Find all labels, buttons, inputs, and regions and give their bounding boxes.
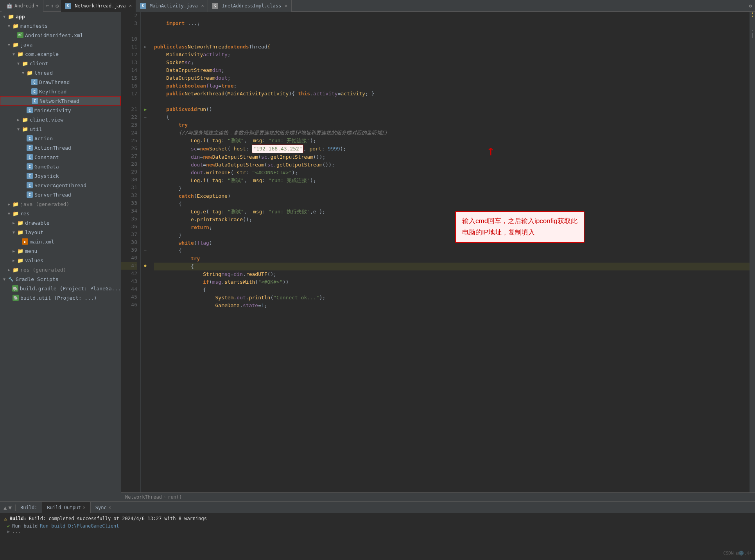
build-util-icon: 🐘: [13, 295, 19, 301]
code-line-2: [154, 12, 750, 20]
code-editor[interactable]: import ...; public class NetworkThread e…: [150, 12, 750, 492]
java-arrow: [8, 43, 13, 47]
sidebar-item-java-generated[interactable]: 📁 java (generated): [0, 199, 121, 209]
code-line-38: while(flag): [154, 239, 750, 247]
build-success-row: ⚠ Build: Build: completed successfully a…: [4, 515, 751, 522]
code-line-40: try: [154, 255, 750, 263]
scroll-indicator[interactable]: [750, 12, 755, 492]
sidebar-item-build-util[interactable]: 🐘 build.util (Project: ...): [0, 293, 121, 302]
sidebar-item-constant[interactable]: C Constant: [0, 152, 121, 162]
networkthread-file-icon: C: [32, 98, 38, 104]
sidebar-item-menu[interactable]: 📁 menu: [0, 246, 121, 256]
code-line-10: [154, 35, 750, 43]
sidebar-item-util[interactable]: 📁 util: [0, 124, 121, 134]
code-line-34: Log.e( tag: "测试", msg: "run: 执行失败",e );: [154, 208, 750, 216]
tab-inetaddress[interactable]: C InetAddressImpl.class ✕: [208, 0, 291, 12]
util-label: util: [30, 126, 42, 132]
sidebar-item-layout[interactable]: 📁 layout: [0, 227, 121, 237]
actionthread-label: ActionThread: [34, 145, 71, 151]
sidebar-item-thread[interactable]: 📁 thread: [0, 68, 121, 77]
sidebar-item-androidmanifest[interactable]: MF AndroidManifest.xml: [0, 30, 121, 40]
code-line-25: Log.i( tag: "测试", msg: "run: 开始连接");: [154, 137, 750, 145]
app-label: app: [16, 14, 25, 20]
sidebar-item-res[interactable]: 📁 res: [0, 209, 121, 218]
run-build-row: ✔ Run build Run build D:\PlaneGameClient: [7, 523, 751, 529]
tab-inetaddress-label: InetAddressImpl.class: [222, 3, 281, 9]
nav-icon-1[interactable]: ⬅: [46, 3, 49, 9]
close-sync[interactable]: ✕: [109, 505, 111, 510]
bottom-tab-build-output[interactable]: Build Output ✕: [42, 502, 90, 513]
build-util-label: build.util (Project: ...): [20, 295, 97, 301]
sidebar-item-gamedata[interactable]: C GameData: [0, 162, 121, 171]
sidebar-item-clinetview[interactable]: 📁 clinet.view: [0, 115, 121, 124]
code-line-22: {: [154, 113, 750, 121]
res-arrow: [8, 211, 13, 216]
bottom-nav-down[interactable]: ▼: [9, 505, 12, 511]
tab-mainactivity[interactable]: C MainActivity.java ✕: [136, 0, 208, 12]
build-detail-row: ▶ ...: [7, 529, 751, 534]
java-generated-label: java (generated): [20, 201, 69, 207]
joystick-icon: C: [27, 173, 33, 179]
close-build-output[interactable]: ✕: [83, 505, 86, 510]
gamedata-label: GameData: [34, 164, 59, 170]
sidebar-item-values[interactable]: 📁 values: [0, 256, 121, 265]
bottom-tab-build-output-label: Build Output: [47, 505, 81, 510]
sidebar-item-keythread[interactable]: C KeyThread: [0, 87, 121, 96]
sidebar-item-mainxml[interactable]: ▶ main.xml: [0, 237, 121, 246]
gamedata-icon: C: [27, 163, 33, 170]
clinetview-arrow: [17, 118, 22, 122]
bottom-left-controls[interactable]: ▲ ▼: [0, 505, 16, 511]
mainxml-icon: ▶: [22, 238, 28, 245]
nav-icon-3[interactable]: ⚙: [56, 3, 59, 9]
run-build-path: Run build D:\PlaneGameClient: [40, 523, 119, 529]
sidebar-item-drawthread[interactable]: C DrawThread: [0, 77, 121, 87]
sidebar-item-comexample[interactable]: 📁 com.example: [0, 49, 121, 59]
chevron-icon: ▼: [36, 4, 38, 8]
bottom-tab-sync[interactable]: Sync ✕: [91, 502, 117, 513]
tab-settings-btn[interactable]: ⚙: [746, 3, 755, 9]
sidebar-item-action[interactable]: C Action: [0, 134, 121, 143]
sidebar-item-joystick[interactable]: C Joystick: [0, 171, 121, 181]
gradle-scripts-icon: 🔧: [8, 276, 14, 282]
sidebar-item-serverthread[interactable]: C ServerThread: [0, 190, 121, 199]
app-arrow: [3, 14, 8, 19]
util-icon: 📁: [22, 126, 28, 132]
sidebar-item-gradle-scripts[interactable]: 🔧 Gradle Scripts: [0, 274, 121, 284]
java-generated-arrow: [8, 202, 13, 206]
drawthread-label: DrawThread: [39, 79, 70, 85]
sidebar-item-networkthread[interactable]: C NetworkThread: [0, 96, 121, 106]
sidebar-item-app[interactable]: 📁 app: [0, 12, 121, 21]
sidebar-item-client[interactable]: 📁 client: [0, 59, 121, 68]
close-networkthread[interactable]: ✕: [129, 3, 132, 8]
run-build-label: Run build: [12, 523, 38, 529]
sidebar-item-manifests[interactable]: 📁 manifests: [0, 21, 121, 30]
sidebar-item-res-generated[interactable]: 📁 res (generated): [0, 265, 121, 274]
build-gradle-label: build.gradle (Project: PlaneGa...: [20, 286, 121, 292]
androidmanifest-label: AndroidManifest.xml: [25, 32, 83, 38]
bottom-tab-build[interactable]: Build:: [16, 502, 42, 513]
tab-networkthread[interactable]: C NetworkThread.java ✕: [61, 0, 136, 12]
bottom-tab-build-label: Build:: [20, 505, 37, 510]
sidebar-item-java[interactable]: 📁 java: [0, 40, 121, 49]
drawable-label: drawable: [25, 220, 50, 226]
sidebar-item-serveragentthread[interactable]: C ServerAgentThread: [0, 181, 121, 190]
manifests-label: manifests: [20, 23, 48, 29]
nav-icon-2[interactable]: ⬆: [50, 3, 54, 9]
sidebar-item-actionthread[interactable]: C ActionThread: [0, 143, 121, 152]
code-line-39: {: [154, 247, 750, 255]
tab-android[interactable]: 🤖 Android ▼: [2, 0, 43, 12]
manifests-icon: 📁: [13, 23, 19, 29]
bottom-nav-up[interactable]: ▲: [4, 505, 7, 511]
tab-networkthread-label: NetworkThread.java: [75, 3, 126, 9]
annotation-box: 输入cmd回车，之后输入ipconfig获取此电脑的IP地址，复制填入: [455, 211, 585, 243]
networkthread-file-label: NetworkThread: [39, 98, 79, 104]
gutter: ▶ ▶ — —: [141, 12, 150, 492]
sidebar-item-drawable[interactable]: 📁 drawable: [0, 218, 121, 227]
close-mainactivity[interactable]: ✕: [201, 3, 204, 8]
close-inetaddress[interactable]: ✕: [285, 3, 287, 8]
bottom-tabs: ▲ ▼ Build: Build Output ✕ Sync ✕: [0, 502, 755, 513]
sidebar-item-mainactivity[interactable]: C MainActivity: [0, 106, 121, 115]
constant-label: Constant: [34, 154, 59, 160]
sidebar-item-build-gradle[interactable]: 🐘 build.gradle (Project: PlaneGa...: [0, 284, 121, 293]
code-line-35: e.printStackTrace();: [154, 216, 750, 224]
